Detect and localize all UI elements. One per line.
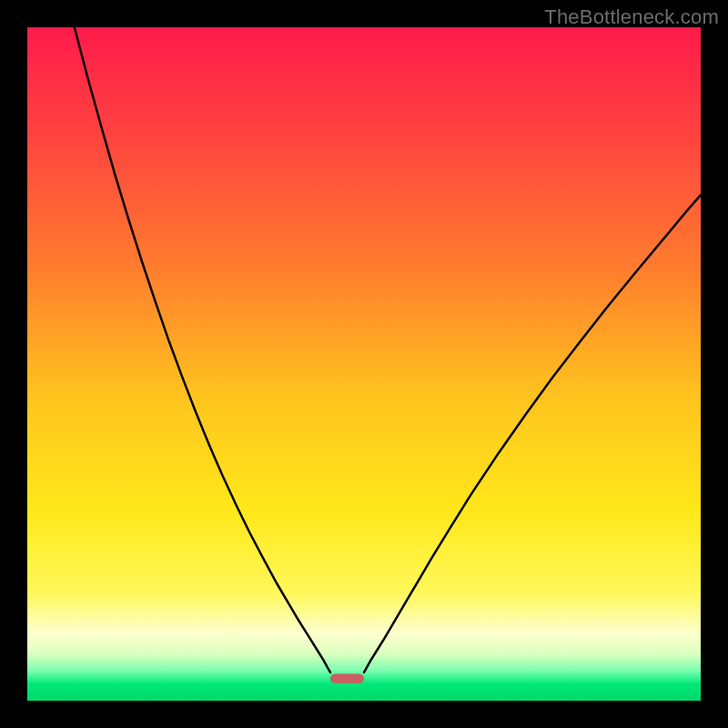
- gradient-background: [27, 27, 701, 701]
- plot-area: [27, 27, 701, 701]
- chart-frame: TheBottleneck.com: [0, 0, 728, 728]
- bottleneck-chart: [27, 27, 701, 701]
- optimal-range-marker: [330, 673, 364, 682]
- watermark-text: TheBottleneck.com: [544, 5, 719, 29]
